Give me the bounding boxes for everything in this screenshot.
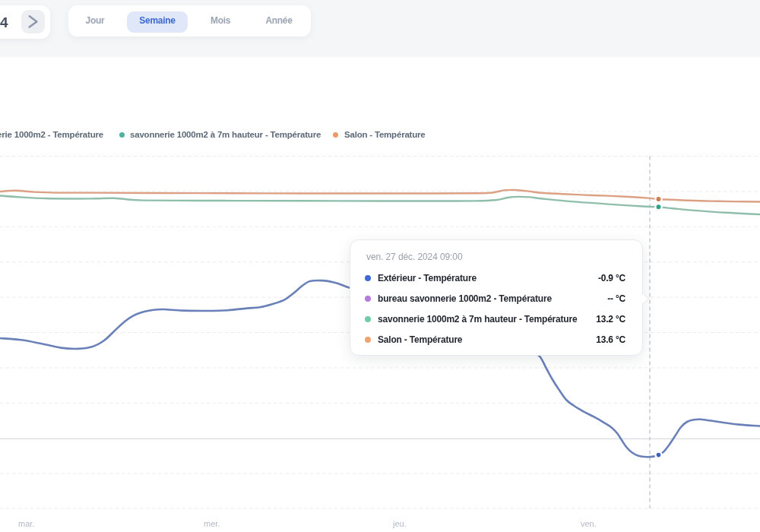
svg-text:jeu.: jeu. xyxy=(392,519,407,528)
svg-text:ven.: ven. xyxy=(581,519,597,528)
svg-text:mar.: mar. xyxy=(18,519,34,528)
svg-text:mer.: mer. xyxy=(204,519,220,528)
